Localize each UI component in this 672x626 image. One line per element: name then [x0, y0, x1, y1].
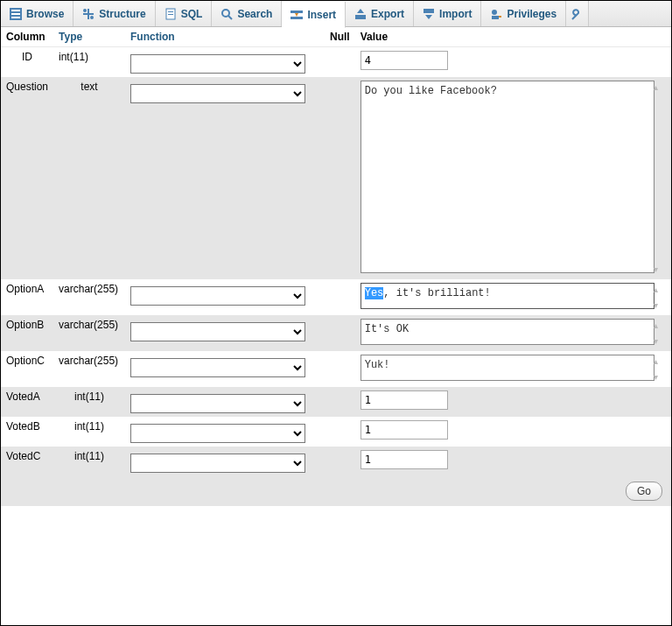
- svg-point-20: [492, 10, 497, 15]
- tab-operations-overflow[interactable]: [566, 1, 589, 26]
- header-column: Column: [1, 27, 53, 47]
- col-name-votedb: VotedB: [1, 417, 53, 447]
- sql-page-icon: [164, 8, 177, 20]
- go-button[interactable]: Go: [626, 482, 662, 501]
- tabs-bar: Browse Structure SQL Search Insert: [1, 1, 671, 27]
- tab-insert[interactable]: Insert: [282, 2, 346, 28]
- form-footer: Go: [1, 476, 671, 506]
- tab-label: Structure: [99, 8, 145, 20]
- tab-label: Privileges: [507, 8, 556, 20]
- phpmyadmin-insert-view: Browse Structure SQL Search Insert: [0, 0, 672, 626]
- svg-rect-5: [88, 9, 89, 19]
- col-name-voteda: VotedA: [1, 387, 53, 417]
- search-icon: [220, 8, 233, 20]
- value-input-voteda[interactable]: [360, 390, 448, 410]
- col-name-id: ID: [1, 47, 53, 78]
- svg-rect-22: [499, 16, 501, 18]
- tab-label: Search: [237, 8, 272, 20]
- row-votedc: VotedC int(11): [1, 447, 671, 476]
- tab-privileges[interactable]: Privileges: [481, 1, 566, 26]
- svg-rect-18: [424, 9, 434, 13]
- wrench-icon: [571, 8, 584, 20]
- svg-rect-14: [290, 17, 303, 19]
- scroll-indicator: ▴▾: [654, 320, 664, 346]
- col-name-optionb: OptionB: [1, 315, 53, 351]
- header-value: Value: [355, 27, 671, 47]
- row-id: ID int(11): [1, 47, 671, 78]
- structure-icon: [82, 8, 94, 20]
- svg-point-7: [90, 16, 94, 19]
- col-name-question: Question: [1, 77, 53, 279]
- col-type-optionb: varchar(255): [53, 315, 125, 351]
- col-name-optionc: OptionC: [1, 351, 53, 387]
- svg-rect-2: [11, 13, 20, 15]
- svg-marker-15: [295, 13, 298, 17]
- row-voteda: VotedA int(11): [1, 387, 671, 417]
- tab-label: Insert: [307, 9, 336, 21]
- svg-rect-21: [492, 16, 499, 19]
- insert-row-icon: [290, 9, 303, 21]
- svg-line-12: [228, 16, 232, 19]
- tab-sql[interactable]: SQL: [156, 1, 213, 26]
- svg-rect-9: [168, 11, 173, 12]
- value-textarea-optiona[interactable]: [360, 283, 654, 309]
- svg-marker-19: [425, 15, 432, 19]
- value-input-id[interactable]: [360, 51, 448, 70]
- scroll-indicator: ▴▾: [654, 356, 664, 382]
- svg-rect-1: [11, 10, 20, 11]
- function-select-optionb[interactable]: [130, 322, 305, 341]
- row-optionc: OptionC varchar(255) ▴▾: [1, 351, 671, 387]
- col-type-question: text: [53, 77, 125, 279]
- export-icon: [354, 8, 367, 20]
- tab-import[interactable]: Import: [414, 1, 481, 26]
- function-select-optiona[interactable]: [130, 286, 305, 306]
- scroll-indicator: ▴▾: [654, 285, 664, 310]
- value-textarea-question[interactable]: [360, 81, 654, 273]
- svg-marker-17: [357, 9, 364, 13]
- header-function[interactable]: Function: [125, 27, 325, 47]
- import-icon: [423, 8, 435, 20]
- col-name-votedc: VotedC: [1, 447, 53, 476]
- col-type-votedc: int(11): [53, 447, 125, 476]
- header-null: Null: [325, 27, 355, 47]
- privileges-icon: [490, 8, 502, 20]
- function-select-voteda[interactable]: [130, 394, 305, 413]
- row-votedb: VotedB int(11): [1, 417, 671, 447]
- svg-point-11: [222, 10, 229, 17]
- value-input-votedc[interactable]: [360, 450, 448, 469]
- value-textarea-optionb[interactable]: [360, 319, 654, 345]
- function-select-votedb[interactable]: [130, 424, 305, 443]
- col-type-id: int(11): [53, 47, 125, 78]
- function-select-votedc[interactable]: [130, 454, 305, 473]
- value-input-votedb[interactable]: [360, 420, 448, 440]
- function-select-id[interactable]: [130, 54, 305, 74]
- col-name-optiona: OptionA: [1, 279, 53, 315]
- tab-export[interactable]: Export: [346, 1, 414, 26]
- tab-label: Import: [439, 8, 472, 20]
- col-type-optiona: varchar(255): [53, 279, 125, 315]
- col-type-votedb: int(11): [53, 417, 125, 447]
- row-optionb: OptionB varchar(255) ▴▾: [1, 315, 671, 351]
- svg-point-6: [83, 9, 87, 12]
- row-optiona: OptionA varchar(255) Yes, it's brilliant…: [1, 279, 671, 315]
- tab-browse[interactable]: Browse: [1, 1, 74, 26]
- svg-rect-3: [11, 17, 20, 18]
- function-select-question[interactable]: [130, 84, 305, 103]
- scroll-indicator: ▴▾: [654, 82, 664, 274]
- value-textarea-optionc[interactable]: [360, 355, 654, 381]
- tab-label: SQL: [181, 8, 203, 20]
- tab-label: Export: [371, 8, 404, 20]
- row-question: Question text ▴▾: [1, 77, 671, 279]
- svg-rect-13: [290, 11, 303, 13]
- col-type-voteda: int(11): [53, 387, 125, 417]
- col-type-optionc: varchar(255): [53, 351, 125, 387]
- table-rows-icon: [10, 8, 22, 20]
- tab-search[interactable]: Search: [212, 1, 282, 26]
- function-select-optionc[interactable]: [130, 358, 305, 377]
- svg-rect-10: [168, 14, 173, 15]
- svg-rect-16: [355, 15, 366, 19]
- header-type[interactable]: Type: [53, 27, 125, 47]
- insert-form-table: Column Type Function Null Value ID int(1…: [1, 27, 671, 476]
- tab-structure[interactable]: Structure: [74, 1, 155, 26]
- tab-label: Browse: [26, 8, 64, 20]
